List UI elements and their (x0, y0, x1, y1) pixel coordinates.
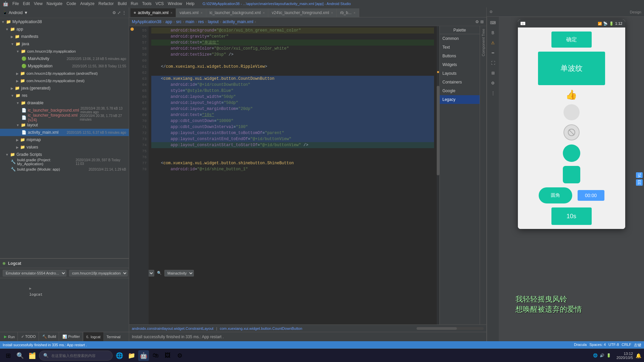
multiwindow-icon[interactable]: ⊞ (488, 68, 498, 78)
tree-item-myapplication[interactable]: 🟢 Myapplication 2020/10/5 11:55, 368 B T… (0, 62, 129, 70)
tree-item-java[interactable]: ▼ 📁 java (0, 40, 129, 48)
countdown-button[interactable]: 00:00 (578, 190, 604, 201)
bc-src[interactable]: src (176, 19, 181, 24)
timer-button[interactable]: 10s (551, 207, 592, 225)
tab-ic-bg[interactable]: ic_launcher_background.xml × (206, 8, 269, 17)
menu-refactor[interactable]: Refactor (99, 1, 114, 6)
volume-icon[interactable]: 🔊 (600, 353, 604, 358)
tree-item-activity-main[interactable]: 📄 activity_main.xml 2020/10/5 12:51, 6.3… (0, 129, 129, 136)
palette-item-widgets[interactable]: Widgets (440, 60, 480, 69)
tree-item-drawable[interactable]: ▼ 📁 drawable (0, 99, 129, 107)
tab-ic-fg[interactable]: v24\ic_launcher_foreground.xml × (268, 8, 337, 17)
scrollbar-v[interactable] (437, 26, 439, 324)
fullscreen-icon[interactable]: ⛶ (488, 58, 498, 68)
settings-taskbar-icon[interactable]: ⚙ (174, 350, 185, 361)
keyboard-icon[interactable]: ⌨ (488, 18, 498, 27)
bc-layout[interactable]: layout (208, 19, 219, 24)
store-icon[interactable]: 🛍 (150, 350, 161, 361)
code-editor[interactable]: android:background="@color/xui_btn_green… (149, 26, 437, 324)
todo-btn[interactable]: ✓ TODO (18, 332, 39, 341)
bc-main[interactable]: main (185, 19, 194, 24)
palette-item-containers[interactable]: Containers (440, 78, 480, 86)
project-root[interactable]: ▼ 📁 MyApplication38 (0, 18, 129, 25)
search-icon[interactable]: 🔍 (15, 350, 25, 361)
more-icon2[interactable]: ⋮ (488, 88, 498, 98)
tree-item-build-gradle-proj[interactable]: 🔧 build.gradle (Project: My_Application)… (0, 158, 129, 166)
attributes-icon[interactable]: ⚠ (488, 38, 498, 48)
network-icon[interactable]: 🌐 (593, 353, 598, 358)
tree-item-test[interactable]: ▶ 📁 com.hnucm18jr.myapplication (test) (0, 77, 129, 84)
bc-res[interactable]: res (198, 19, 204, 24)
time-display[interactable]: 13:12 2020/10/5 (616, 352, 633, 360)
search-input[interactable] (51, 354, 105, 358)
tree-item-mipmap[interactable]: ▶ 📁 mipmap (0, 136, 129, 143)
settings-icon2[interactable]: ⚙ (488, 78, 498, 88)
profiler-btn[interactable]: 📊 Profiler (60, 332, 83, 341)
bc-project[interactable]: MyApplication38 (132, 19, 161, 24)
close-btn[interactable]: × (170, 11, 172, 15)
wave-button[interactable]: 单波纹 (538, 52, 605, 85)
split-icon[interactable]: ⊞ (480, 19, 484, 24)
emulator-select[interactable]: Emulator emulator-5554 Andro... (3, 270, 66, 277)
slash-button[interactable] (564, 124, 580, 140)
teal-circle-button[interactable] (563, 144, 580, 162)
menu-run[interactable]: Run (131, 1, 138, 6)
tab-values[interactable]: values.xml × (176, 8, 206, 17)
tree-item-gradle[interactable]: ▼ 📁 Gradle Scripts (0, 151, 129, 158)
palette-item-text[interactable]: Text (440, 43, 480, 52)
task-view-icon[interactable]: 🗂️ (27, 350, 38, 361)
confirm-button[interactable]: 确定 (551, 32, 592, 48)
tab-activity-main[interactable]: activity_main.xml × (130, 8, 176, 17)
run-btn[interactable]: ▶ Run (1, 332, 18, 341)
android-dropdown[interactable]: ▼ (24, 10, 28, 15)
bold-icon[interactable]: B (488, 28, 498, 38)
tree-item-res[interactable]: ▼ 📁 res (0, 92, 129, 99)
chrome-icon[interactable]: 🌐 (114, 350, 125, 361)
menu-analyze[interactable]: Analyze (80, 1, 95, 6)
package-select[interactable]: com.hnucm18jr.myapplication (69, 270, 128, 277)
menu-code[interactable]: Code (66, 1, 76, 6)
menu-navigate[interactable]: Navigate (47, 1, 62, 6)
tree-item-ic-fg[interactable]: 📄 ic_launcher_foreground.xml (v24) 2020/… (0, 114, 129, 121)
palette-item-buttons[interactable]: Buttons (440, 52, 480, 60)
scrollbar-h[interactable] (417, 327, 484, 330)
close-btn[interactable]: × (354, 11, 356, 15)
menu-edit[interactable]: Edit (23, 1, 30, 6)
photos-icon[interactable]: 🖼 (162, 350, 173, 361)
tree-item-mainactivity[interactable]: 🟢 MainActivity 2020/10/5 13:06, 2.18 kB … (0, 55, 129, 62)
battery-taskbar-icon[interactable]: 🔋 (606, 353, 611, 358)
tree-item-package[interactable]: ▼ 📁 com.hnucm18jr.myapplication (0, 48, 129, 55)
palette-item-legacy[interactable]: Legacy (440, 95, 480, 104)
tree-item-androidtest[interactable]: ▶ 📁 com.hnucm18jr.myapplication (android… (0, 70, 129, 77)
menu-vcs[interactable]: VCS (156, 1, 164, 6)
tab-rb[interactable]: rb_b... × (337, 8, 359, 17)
terminal-btn[interactable]: Terminal (104, 332, 123, 341)
more-icon[interactable]: ⋮ (122, 10, 126, 15)
bc-file[interactable]: activity_main.xml (223, 19, 253, 24)
notification-icon[interactable]: 🔔 (636, 353, 641, 358)
like-button[interactable]: 👍 (566, 89, 577, 100)
close-btn[interactable]: × (331, 11, 333, 15)
palette-item-layouts[interactable]: Layouts (440, 69, 480, 78)
palette-item-google[interactable]: Google (440, 86, 480, 95)
close-btn[interactable]: × (263, 11, 265, 15)
menu-help[interactable]: Help (186, 1, 195, 6)
windows-icon[interactable]: ⊞ (3, 350, 13, 361)
thin-icon[interactable]: ━ (488, 48, 498, 58)
menu-window[interactable]: Window (168, 1, 182, 6)
android-studio-icon[interactable]: 🤖 (138, 350, 149, 361)
logcat-tab[interactable]: 6. logcat (84, 332, 103, 341)
tree-item-java-gen[interactable]: ▶ 📁 java (generated) (0, 84, 129, 92)
menu-file[interactable]: File (12, 1, 19, 6)
files-icon[interactable]: 📁 (126, 350, 137, 361)
tree-item-build-gradle-mod[interactable]: 🔧 build.gradle (Module: app) 2020/10/4 2… (0, 166, 129, 173)
menu-build[interactable]: Build (118, 1, 127, 6)
rounded-button[interactable]: 圆角 (539, 187, 572, 203)
sync-icon[interactable]: ⚙ (112, 10, 116, 15)
taskbar-search[interactable]: 🔍 (39, 351, 113, 361)
tree-item-layout[interactable]: ▼ 📁 layout (0, 121, 129, 129)
menu-tools[interactable]: Tools (142, 1, 152, 6)
menu-view[interactable]: View (34, 1, 43, 6)
android-selector[interactable]: 📱 Android ▼ ⚙ ⤢ ⋮ (0, 7, 129, 18)
build-btn[interactable]: 🔨 Build (40, 332, 59, 341)
